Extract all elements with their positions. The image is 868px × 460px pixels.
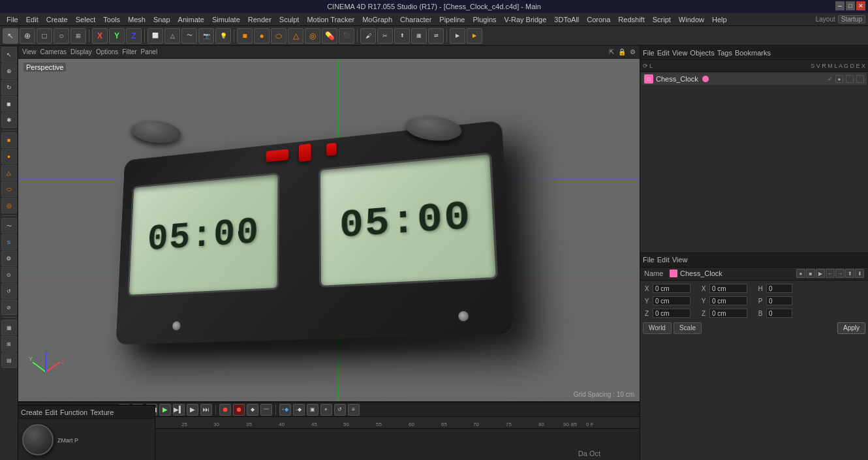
polygon-btn[interactable]: △ [164, 28, 180, 44]
menu-script[interactable]: Script [649, 14, 675, 25]
menu-corona[interactable]: Corona [583, 14, 614, 25]
tool-mode-1[interactable]: ↖ [1, 47, 17, 63]
attrs-icon-1[interactable]: ● [796, 269, 805, 278]
menu-motiontracker[interactable]: Motion Tracker [303, 14, 358, 25]
menu-simulate[interactable]: Simulate [208, 14, 244, 25]
menu-edit[interactable]: Edit [22, 14, 42, 25]
light-btn[interactable]: 💡 [215, 28, 231, 44]
attrs-icon-6[interactable]: ⬆ [845, 269, 854, 278]
menu-vray[interactable]: V-Ray Bridge [501, 14, 551, 25]
attrs-icon-2[interactable]: ■ [806, 269, 815, 278]
tool-obj-1[interactable]: ■ [1, 132, 17, 148]
tool-mode-3[interactable]: ↻ [1, 80, 17, 95]
attrs-edit-menu[interactable]: Edit [657, 256, 670, 264]
viewport-expand[interactable]: ⇱ [609, 48, 614, 55]
tool-obj-5[interactable]: ◎ [1, 198, 17, 213]
menu-mesh[interactable]: Mesh [124, 14, 149, 25]
scale-tool[interactable]: □ [37, 28, 52, 44]
paint-btn[interactable]: 🖌 [360, 28, 376, 44]
axis-z[interactable]: Z [126, 28, 142, 44]
render-btn[interactable]: ▶ [467, 28, 482, 44]
menu-create[interactable]: Create [42, 14, 72, 25]
viewport[interactable]: 05:00 05:00 [18, 59, 640, 401]
knife-btn[interactable]: ✂ [377, 28, 393, 44]
tool-obj-3[interactable]: △ [1, 165, 17, 181]
attrs-icon-7[interactable]: ⬇ [855, 269, 864, 278]
tool-mode-5[interactable]: ✱ [1, 112, 17, 128]
minimize-button[interactable]: ─ [835, 1, 845, 10]
menu-animate[interactable]: Animate [174, 14, 208, 25]
menu-pipeline[interactable]: Pipeline [435, 14, 469, 25]
anim-motion[interactable]: 〰 [260, 404, 272, 416]
anim-goto-end[interactable]: ⏭ [200, 404, 212, 416]
cameras-menu[interactable]: Cameras [40, 48, 67, 55]
anim-keyframe[interactable]: ◆ [247, 404, 258, 416]
anim-record[interactable]: ⏺ [233, 404, 245, 416]
plane-btn[interactable]: ⬛ [339, 28, 354, 44]
menu-plugins[interactable]: Plugins [469, 14, 500, 25]
sphere-btn[interactable]: ● [254, 28, 270, 44]
display-menu[interactable]: Display [70, 48, 92, 55]
anim-info[interactable]: ≡ [348, 404, 360, 416]
tool-field-2[interactable]: ⊞ [1, 336, 17, 352]
anim-record-auto[interactable]: ⏺ [219, 404, 231, 416]
tool-mode-2[interactable]: ⊕ [1, 63, 17, 79]
anim-play-sel[interactable]: ▶▍ [173, 404, 185, 416]
menu-file[interactable]: File [3, 14, 22, 25]
obj-bookmarks-menu[interactable]: Bookmarks [735, 49, 771, 57]
array-btn[interactable]: ▦ [411, 28, 427, 44]
p-field[interactable]: 0 [766, 296, 792, 305]
camera-btn[interactable]: 📷 [198, 28, 214, 44]
tool-deform-1[interactable]: 〜 [1, 218, 17, 234]
object-row-chessclock[interactable]: □ Chess_Clock ✓ ● [642, 73, 867, 85]
anim-sel-all[interactable]: ▣ [307, 404, 318, 416]
cube-btn[interactable]: ■ [237, 28, 253, 44]
viewport-settings[interactable]: ⚙ [630, 48, 636, 55]
menu-mograph[interactable]: MoGraph [358, 14, 396, 25]
filter-menu[interactable]: Filter [122, 48, 136, 55]
menu-select[interactable]: Select [72, 14, 100, 25]
world-button[interactable]: World [643, 322, 672, 334]
select-tool[interactable]: ↖ [3, 28, 18, 44]
tool-deform-2[interactable]: S [1, 234, 17, 250]
tool-obj-4[interactable]: ⬭ [1, 181, 17, 197]
options-menu[interactable]: Options [96, 48, 118, 55]
obj-view-menu[interactable]: View [672, 49, 688, 57]
obj-objects-menu[interactable]: Objects [690, 49, 714, 57]
rot-x-field[interactable]: 0 cm [709, 284, 747, 293]
spline-btn[interactable]: 〜 [181, 28, 197, 44]
rot-z-field[interactable]: 0 cm [709, 309, 747, 318]
rotate-tool[interactable]: ○ [54, 28, 69, 44]
close-button[interactable]: ✕ [856, 1, 865, 10]
pos-z-field[interactable]: 0 cm [653, 309, 690, 318]
anim-next-frame[interactable]: ▶ [187, 404, 198, 416]
attrs-view-menu[interactable]: View [672, 256, 688, 264]
obj-file-menu[interactable]: File [643, 49, 655, 57]
capsule-btn[interactable]: 💊 [322, 28, 337, 44]
mat-texture-menu[interactable]: Texture [90, 408, 114, 416]
layout-startup[interactable]: Startup [838, 15, 865, 23]
attrs-icon-4[interactable]: ← [826, 269, 835, 278]
menu-tools[interactable]: Tools [99, 14, 124, 25]
menu-3dto[interactable]: 3DToAll [550, 14, 583, 25]
menu-sculpt[interactable]: Sculpt [275, 14, 303, 25]
menu-snap[interactable]: Snap [149, 14, 174, 25]
tool-obj-2[interactable]: ● [1, 149, 17, 164]
b-field[interactable]: 0 [766, 309, 792, 318]
apply-button[interactable]: Apply [837, 322, 865, 334]
viewport-lock[interactable]: 🔒 [618, 48, 626, 55]
attrs-icon-5[interactable]: → [835, 269, 845, 278]
attrs-icon-3[interactable]: ▶ [816, 269, 825, 278]
tool-field-3[interactable]: ▤ [1, 352, 17, 368]
tool-deform-3[interactable]: ❂ [1, 251, 17, 266]
move-tool[interactable]: ⊕ [20, 28, 35, 44]
pos-x-field[interactable]: 0 cm [653, 284, 690, 293]
menu-help[interactable]: Help [708, 14, 731, 25]
torus-btn[interactable]: ◎ [305, 28, 320, 44]
tool-field-1[interactable]: ▦ [1, 320, 17, 335]
tool-deform-5[interactable]: ↺ [1, 283, 17, 299]
obj-edit-menu[interactable]: Edit [657, 49, 670, 57]
extrude-btn[interactable]: ⬆ [394, 28, 410, 44]
scale-button[interactable]: Scale [674, 322, 702, 334]
panel-menu[interactable]: Panel [141, 48, 158, 55]
